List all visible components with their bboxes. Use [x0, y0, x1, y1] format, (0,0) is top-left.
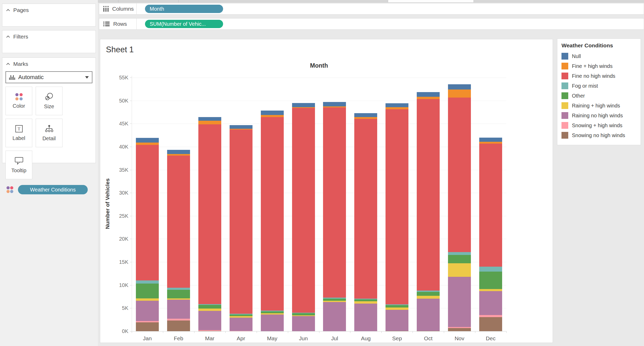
bar-segment[interactable]	[479, 144, 502, 267]
detail-button[interactable]: Detail	[36, 119, 62, 147]
bar-segment[interactable]	[354, 113, 377, 117]
mark-type-dropdown[interactable]: Automatic	[5, 71, 92, 83]
bar-segment[interactable]	[167, 288, 190, 290]
bar-segment[interactable]	[261, 315, 284, 331]
legend-item[interactable]: Fine + high winds	[561, 61, 636, 71]
bar-segment[interactable]	[198, 311, 221, 330]
bar-segment[interactable]	[292, 316, 315, 331]
color-button[interactable]: Color	[5, 87, 32, 115]
bar-segment[interactable]	[136, 280, 159, 284]
bar-segment[interactable]	[386, 331, 408, 331]
bar-segment[interactable]	[479, 267, 502, 272]
bar-dec[interactable]	[475, 138, 506, 331]
bar-segment[interactable]	[136, 143, 159, 145]
bar-oct[interactable]	[413, 92, 444, 331]
bar-segment[interactable]	[136, 322, 159, 331]
bar-segment[interactable]	[448, 255, 471, 264]
bar-segment[interactable]	[167, 290, 190, 299]
bar-segment[interactable]	[198, 331, 221, 331]
bar-segment[interactable]	[198, 309, 221, 311]
bar-segment[interactable]	[448, 277, 471, 327]
bar-apr[interactable]	[225, 125, 257, 331]
sum-measure-pill[interactable]: SUM(Number of Vehic...	[145, 20, 223, 28]
label-button[interactable]: T Label	[5, 119, 32, 147]
bar-segment[interactable]	[261, 111, 284, 115]
legend-item[interactable]: Raining + high winds	[561, 101, 636, 111]
bar-segment[interactable]	[167, 319, 190, 321]
collapse-chevron-icon[interactable]	[6, 63, 10, 65]
bar-segment[interactable]	[167, 300, 190, 319]
bar-segment[interactable]	[479, 291, 502, 315]
bar-segment[interactable]	[448, 98, 471, 252]
bar-segment[interactable]	[417, 99, 440, 291]
bar-segment[interactable]	[448, 89, 471, 98]
bar-segment[interactable]	[354, 301, 377, 304]
bar-segment[interactable]	[261, 311, 284, 313]
bar-segment[interactable]	[323, 299, 346, 301]
bar-segment[interactable]	[386, 310, 408, 331]
bar-segment[interactable]	[136, 138, 159, 143]
bar-segment[interactable]	[136, 301, 159, 321]
bar-segment[interactable]	[417, 97, 440, 99]
bar-segment[interactable]	[198, 124, 221, 304]
legend-item[interactable]: Null	[561, 51, 636, 61]
bar-segment[interactable]	[479, 289, 502, 291]
bar-segment[interactable]	[448, 263, 471, 277]
bar-segment[interactable]	[354, 117, 377, 119]
bar-segment[interactable]	[479, 138, 502, 142]
bar-segment[interactable]	[136, 298, 159, 301]
legend-item[interactable]: Snowing + high winds	[561, 120, 636, 130]
legend-item[interactable]: Fine no high winds	[561, 71, 636, 81]
bar-jan[interactable]	[132, 138, 163, 331]
bar-segment[interactable]	[417, 292, 440, 296]
bar-jun[interactable]	[288, 103, 319, 331]
bar-segment[interactable]	[198, 305, 221, 309]
tooltip-button[interactable]: Tooltip	[5, 151, 32, 179]
bar-segment[interactable]	[230, 318, 252, 331]
bar-segment[interactable]	[479, 317, 502, 331]
bar-segment[interactable]	[167, 321, 190, 331]
bar-segment[interactable]	[136, 284, 159, 298]
size-button[interactable]: Size	[36, 87, 62, 115]
bar-segment[interactable]	[230, 331, 252, 331]
bar-segment[interactable]	[386, 305, 408, 307]
bar-nov[interactable]	[444, 84, 475, 331]
bar-segment[interactable]	[386, 109, 408, 304]
bar-segment[interactable]	[417, 331, 440, 331]
bar-segment[interactable]	[386, 107, 408, 109]
bar-segment[interactable]	[198, 117, 221, 121]
weather-conditions-color-pill[interactable]: Weather Conditions	[18, 185, 88, 194]
bar-feb[interactable]	[163, 150, 194, 331]
legend-item[interactable]: Other	[561, 91, 636, 101]
bar-segment[interactable]	[448, 328, 471, 331]
bar-jul[interactable]	[319, 102, 350, 331]
bar-segment[interactable]	[386, 307, 408, 310]
bar-segment[interactable]	[417, 92, 440, 97]
bar-segment[interactable]	[198, 121, 221, 124]
bar-segment[interactable]	[479, 272, 502, 289]
bar-segment[interactable]	[230, 130, 252, 313]
bar-segment[interactable]	[417, 299, 440, 331]
bar-segment[interactable]	[448, 252, 471, 255]
toolbar-search-field-cutoff[interactable]	[388, 0, 474, 3]
bar-segment[interactable]	[292, 108, 315, 313]
bar-segment[interactable]	[323, 107, 346, 297]
bar-mar[interactable]	[194, 117, 225, 331]
bar-segment[interactable]	[479, 315, 502, 317]
bar-segment[interactable]	[292, 313, 315, 315]
bar-segment[interactable]	[354, 299, 377, 301]
bar-segment[interactable]	[230, 125, 252, 129]
month-dimension-pill[interactable]: Month	[145, 5, 223, 13]
collapse-chevron-icon[interactable]	[6, 9, 10, 11]
bar-segment[interactable]	[323, 102, 346, 106]
bar-segment[interactable]	[167, 156, 190, 288]
bar-segment[interactable]	[354, 119, 377, 299]
bar-sep[interactable]	[381, 103, 413, 331]
legend-item[interactable]: Snowing no high winds	[561, 130, 636, 140]
bar-segment[interactable]	[386, 103, 408, 107]
bar-segment[interactable]	[448, 84, 471, 89]
bar-segment[interactable]	[417, 296, 440, 299]
bar-segment[interactable]	[261, 115, 284, 117]
bar-segment[interactable]	[167, 150, 190, 154]
bar-segment[interactable]	[354, 304, 377, 331]
